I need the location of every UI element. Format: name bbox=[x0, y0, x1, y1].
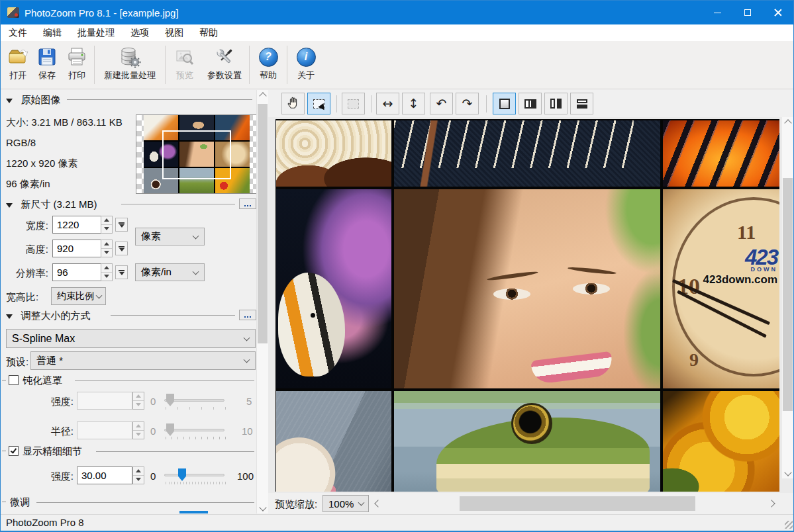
original-section-header[interactable]: 原始图像 bbox=[6, 94, 60, 107]
original-header-label: 原始图像 bbox=[21, 94, 60, 105]
menu-options[interactable]: 选项 bbox=[123, 24, 157, 41]
unsharp-radius-max: 10 bbox=[242, 425, 253, 437]
preview-toolbar-separator bbox=[486, 95, 487, 112]
height-input[interactable] bbox=[52, 240, 101, 257]
chevron-down-icon bbox=[244, 334, 250, 341]
help-button[interactable]: ? 帮助 bbox=[252, 44, 285, 86]
size-unit-dropdown[interactable]: 像素 bbox=[135, 228, 205, 245]
save-button[interactable]: 保存 bbox=[32, 44, 62, 86]
algorithm-dropdown[interactable]: S-Spline Max bbox=[6, 329, 256, 348]
fine-detail-strength-slider-thumb[interactable] bbox=[178, 468, 186, 481]
sidebar: 原始图像 大小: 3.21 MB / 863.11 KB RGB/8 1220 … bbox=[1, 90, 256, 513]
rotate-ccw-button[interactable]: ↶ bbox=[430, 93, 453, 114]
close-button[interactable] bbox=[763, 1, 793, 24]
resolution-spinner[interactable] bbox=[101, 263, 113, 281]
maximize-button[interactable] bbox=[732, 1, 763, 24]
thumbnail-selection-rect[interactable] bbox=[162, 130, 231, 179]
open-button[interactable]: 打开 bbox=[3, 44, 32, 86]
menu-file[interactable]: 文件 bbox=[1, 24, 35, 41]
toolbar-separator bbox=[165, 46, 166, 84]
rotate-cw-icon: ↷ bbox=[462, 97, 473, 110]
flip-vertical-button[interactable]: ↕ bbox=[402, 93, 425, 114]
preview-zoom-dropdown[interactable]: 100% bbox=[323, 495, 369, 512]
preview-canvas[interactable]: 11 10 9 423 DOWN 423down.com bbox=[268, 117, 794, 493]
titlebar: PhotoZoom Pro 8.1 - [example.jpg] bbox=[1, 1, 793, 24]
sidebar-scrollbar[interactable] bbox=[256, 90, 268, 513]
app-icon bbox=[7, 7, 19, 18]
height-spinner[interactable] bbox=[101, 240, 113, 257]
new-size-more-button[interactable] bbox=[239, 199, 256, 209]
sidebar-scrollbar-thumb[interactable] bbox=[258, 104, 268, 343]
divider bbox=[111, 315, 235, 316]
view-single-button[interactable] bbox=[493, 93, 516, 114]
single-view-icon bbox=[499, 99, 510, 109]
new-size-section-header[interactable]: 新尺寸 (3.21 MB) bbox=[6, 199, 97, 211]
fine-tune-header-label: 微调 bbox=[10, 496, 30, 509]
width-reset-button[interactable] bbox=[115, 218, 128, 232]
menu-batch[interactable]: 批量处理 bbox=[70, 24, 123, 41]
aspect-value: 约束比例 bbox=[57, 290, 94, 302]
scroll-down-icon[interactable] bbox=[257, 503, 269, 512]
settings-button[interactable]: 参数设置 bbox=[202, 44, 247, 86]
method-section-header[interactable]: 调整大小的方式 bbox=[6, 310, 90, 322]
aspect-label: 宽高比: bbox=[6, 291, 47, 304]
menu-help[interactable]: 帮助 bbox=[191, 24, 226, 41]
slider-ticks bbox=[166, 482, 226, 484]
preview-bottom-bar: 预览缩放: 100% bbox=[268, 493, 794, 514]
print-button[interactable]: 打印 bbox=[62, 44, 92, 86]
preview-photo-feather bbox=[394, 120, 660, 187]
slider-ticks bbox=[166, 407, 226, 410]
tree-dash bbox=[2, 451, 6, 451]
height-reset-button[interactable] bbox=[115, 242, 128, 255]
algorithm-value: S-Spline Max bbox=[12, 333, 75, 345]
width-spinner[interactable] bbox=[101, 216, 113, 234]
menu-view[interactable]: 视图 bbox=[157, 24, 191, 41]
resolution-input[interactable] bbox=[52, 263, 101, 281]
minimize-button[interactable] bbox=[702, 1, 732, 24]
fine-detail-strength-input[interactable] bbox=[77, 466, 132, 484]
hand-icon bbox=[286, 95, 301, 112]
menu-edit[interactable]: 编辑 bbox=[35, 24, 70, 41]
view-side-by-side-button[interactable] bbox=[544, 93, 568, 114]
preview-h-scrollbar-thumb[interactable] bbox=[460, 496, 695, 511]
height-label: 高度: bbox=[6, 244, 48, 256]
width-input[interactable] bbox=[52, 216, 101, 234]
original-size-text: 大小: 3.21 MB / 863.11 KB bbox=[6, 116, 123, 129]
view-split-button[interactable] bbox=[519, 93, 542, 114]
open-folder-icon bbox=[7, 45, 29, 69]
preview-v-scrollbar-thumb[interactable] bbox=[783, 178, 793, 411]
aspect-dropdown[interactable]: 约束比例 bbox=[51, 287, 106, 305]
scroll-down-icon[interactable] bbox=[782, 468, 793, 477]
scroll-up-icon[interactable] bbox=[782, 118, 793, 128]
rotate-cw-button[interactable]: ↷ bbox=[456, 93, 479, 114]
resolution-reset-button[interactable] bbox=[115, 265, 128, 279]
stacked-view-icon bbox=[577, 99, 587, 109]
fine-detail-strength-slider[interactable] bbox=[164, 474, 224, 476]
resize-grip[interactable] bbox=[785, 521, 793, 529]
select-tool-button[interactable] bbox=[307, 93, 330, 114]
preview-photo-fish bbox=[276, 189, 391, 388]
new-batch-button[interactable]: 新建批量处理 bbox=[97, 44, 163, 86]
scroll-up-icon[interactable] bbox=[257, 91, 269, 101]
flip-horizontal-button[interactable]: ↔ bbox=[376, 93, 399, 114]
preview-collage: 11 10 9 423 DOWN 423down.com bbox=[275, 119, 779, 492]
unsharp-checkbox[interactable] bbox=[9, 375, 19, 385]
divider bbox=[36, 502, 254, 503]
open-label: 打开 bbox=[9, 69, 26, 81]
original-resolution-text: 96 像素/in bbox=[6, 178, 50, 191]
scroll-right-icon[interactable] bbox=[765, 498, 778, 509]
pan-tool-button[interactable] bbox=[281, 93, 305, 114]
resolution-unit-dropdown[interactable]: 像素/in bbox=[135, 263, 205, 281]
method-more-button[interactable] bbox=[239, 310, 256, 320]
about-button[interactable]: i 关于 bbox=[289, 44, 323, 86]
original-thumbnail[interactable] bbox=[136, 114, 256, 194]
about-icon: i bbox=[297, 45, 316, 69]
fine-detail-strength-max: 100 bbox=[237, 470, 254, 482]
fine-detail-checkbox[interactable] bbox=[9, 446, 19, 456]
scroll-left-icon[interactable] bbox=[372, 498, 385, 509]
clock-numeral: 9 bbox=[689, 349, 699, 371]
view-stacked-button[interactable] bbox=[570, 93, 593, 114]
watermark-down: DOWN bbox=[703, 267, 777, 273]
fine-detail-strength-spinner[interactable] bbox=[132, 466, 144, 484]
preset-dropdown[interactable]: 普通 * bbox=[30, 351, 256, 370]
